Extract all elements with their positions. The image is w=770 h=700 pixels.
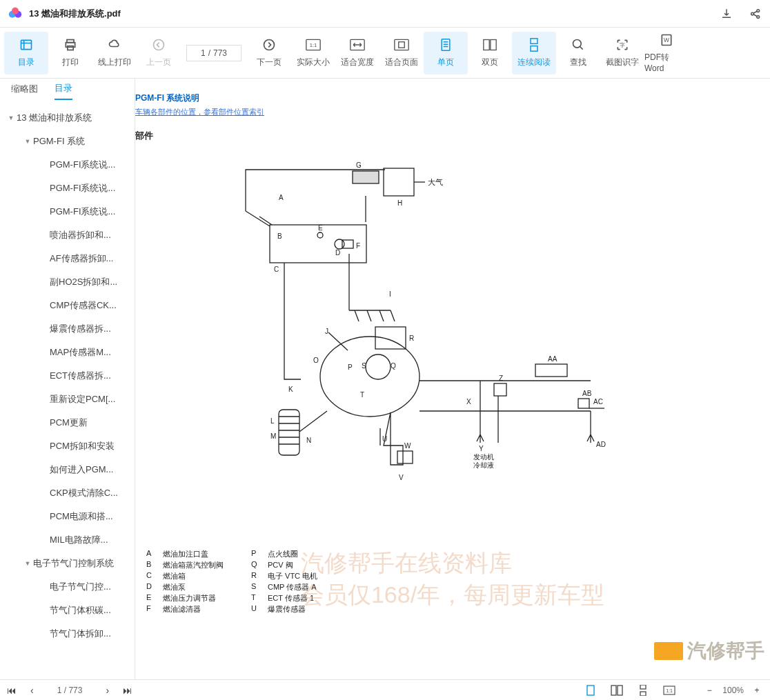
actual-size-button[interactable]: 1:1 实际大小 — [291, 32, 335, 74]
svg-text:F: F — [356, 242, 360, 250]
toc-icon — [19, 37, 34, 52]
svg-text:D: D — [335, 249, 340, 257]
legend-row: C燃油箱 — [146, 571, 224, 581]
legend-row: U爆震传感器 — [251, 604, 317, 614]
prev-page-icon — [151, 37, 166, 52]
fit-page-icon — [394, 37, 409, 52]
tree-node[interactable]: CMP传感器CK... — [0, 294, 135, 317]
diagram-legend: A燃油加注口盖B燃油箱蒸汽控制阀C燃油箱D燃油泵E燃油压力调节器F燃油滤清器 P… — [146, 549, 763, 614]
svg-point-34 — [335, 239, 344, 249]
download-icon[interactable] — [720, 8, 733, 20]
prev-page-icon[interactable]: ‹ — [30, 685, 34, 696]
tree-node-throttle[interactable]: ▼电子节气门控制系统 — [0, 552, 135, 575]
print-button[interactable]: 打印 — [48, 32, 92, 74]
svg-text:Y: Y — [479, 445, 484, 452]
tree-node[interactable]: PGM-FI系统说... — [0, 200, 135, 223]
tree-node[interactable]: 如何进入PGM... — [0, 458, 135, 481]
svg-text:H: H — [397, 199, 402, 207]
svg-text:C: C — [274, 266, 279, 273]
continuous-button[interactable]: 连续阅读 — [512, 32, 556, 74]
legend-row: D燃油泵 — [146, 582, 224, 592]
to-word-button[interactable]: W PDF转Word — [644, 32, 689, 74]
tree-node[interactable]: PGM-FI系统说... — [0, 177, 135, 200]
tree-node[interactable]: 电子节气门控... — [0, 575, 135, 599]
svg-text:W: W — [404, 442, 411, 450]
app-logo — [8, 7, 22, 21]
tree-node[interactable]: 副HO2S拆卸和... — [0, 270, 135, 294]
tree-node[interactable]: PCM电源和搭... — [0, 505, 135, 528]
tree-node[interactable]: 节气门体积碳... — [0, 599, 135, 622]
tree-node[interactable]: PCM更新 — [0, 411, 135, 434]
svg-text:X: X — [466, 398, 471, 406]
share-icon[interactable] — [749, 8, 762, 20]
svg-text:B: B — [277, 232, 282, 240]
next-page-icon[interactable]: › — [106, 685, 109, 696]
tab-toc[interactable]: 目录 — [55, 82, 72, 100]
double-view-icon[interactable] — [611, 684, 623, 697]
tree-node-pgmfi[interactable]: ▼PGM-FI 系统 — [0, 130, 135, 153]
fit-width-button[interactable]: 适合宽度 — [335, 32, 379, 74]
tree-node[interactable]: 爆震传感器拆... — [0, 317, 135, 341]
svg-text:K: K — [288, 386, 293, 393]
svg-text:V: V — [399, 474, 404, 481]
prev-page-button[interactable]: 上一页 — [137, 32, 181, 74]
tab-thumbnail[interactable]: 缩略图 — [11, 83, 38, 99]
svg-text:冷却液: 冷却液 — [473, 461, 494, 469]
zoom-level: 100% — [722, 686, 744, 695]
page-subheading: 部件 — [135, 130, 770, 142]
tree-node[interactable]: 重新设定PCM[... — [0, 388, 135, 411]
online-print-button[interactable]: 线上打印 — [92, 32, 137, 74]
chevron-down-icon: ▼ — [7, 114, 15, 121]
bottom-bar: ⏮ ‹ 1 / 773 › ⏭ 1:1 − 100% + — [0, 679, 770, 700]
svg-point-45 — [366, 354, 391, 379]
zoom-control: − 100% + — [703, 684, 763, 697]
fit-width-icon — [350, 37, 365, 52]
tree-node[interactable]: MIL电路故障... — [0, 528, 135, 552]
svg-text:W: W — [664, 37, 669, 43]
search-button[interactable]: 查找 — [556, 32, 600, 74]
svg-point-11 — [264, 40, 275, 50]
page-section-title: PGM-FI 系统说明 — [135, 92, 770, 104]
legend-row: F燃油滤清器 — [146, 604, 224, 614]
tree-node[interactable]: 喷油器拆卸和... — [0, 223, 135, 247]
last-page-icon[interactable]: ⏭ — [123, 685, 132, 696]
next-page-button[interactable]: 下一页 — [247, 32, 291, 74]
document-view[interactable]: PGM-FI 系统说明 车辆各部件的位置，参看部件位置索引 部件 大气 A G … — [135, 79, 770, 679]
single-page-button[interactable]: 单页 — [424, 32, 468, 74]
zoom-out-icon[interactable]: − — [703, 684, 715, 697]
tree-node[interactable]: ECT传感器拆... — [0, 364, 135, 388]
legend-row: R电子 VTC 电机 — [251, 571, 317, 581]
page-link[interactable]: 车辆各部件的位置，参看部件位置索引 — [135, 107, 770, 117]
fit-page-button[interactable]: 适合页面 — [379, 32, 424, 74]
tree-node[interactable]: 节气门体拆卸... — [0, 622, 135, 646]
svg-text:T: T — [360, 391, 364, 399]
print-label: 打印 — [62, 57, 79, 68]
double-page-button[interactable]: 双页 — [468, 32, 512, 74]
next-page-icon — [261, 37, 277, 52]
tree-node[interactable]: PCM拆卸和安装 — [0, 434, 135, 458]
svg-rect-18 — [484, 40, 489, 50]
continuous-view-icon[interactable] — [637, 684, 649, 697]
tree-node[interactable]: PGM-FI系统说... — [0, 153, 135, 177]
svg-text:O: O — [313, 357, 319, 364]
toc-button[interactable]: 目录 — [4, 32, 48, 74]
page-number-box[interactable]: 1 / 773 — [181, 32, 247, 74]
tree-node[interactable]: MAP传感器M... — [0, 341, 135, 364]
svg-text:AC: AC — [593, 398, 603, 406]
double-page-icon — [482, 37, 497, 52]
first-page-icon[interactable]: ⏮ — [7, 685, 17, 696]
svg-text:AD: AD — [596, 441, 606, 448]
svg-rect-75 — [618, 686, 622, 695]
ratio-view-icon[interactable]: 1:1 — [663, 684, 675, 697]
single-view-icon[interactable] — [584, 684, 597, 697]
svg-rect-77 — [640, 692, 646, 696]
double-page-label: 双页 — [482, 57, 498, 68]
svg-text:1:1: 1:1 — [310, 42, 317, 48]
tree-node[interactable]: CKP模式清除C... — [0, 481, 135, 505]
ocr-button[interactable]: 字 截图识字 — [600, 32, 644, 74]
svg-text:1:1: 1:1 — [666, 688, 673, 693]
svg-rect-74 — [611, 686, 616, 695]
tree-node[interactable]: AF传感器拆卸... — [0, 247, 135, 270]
zoom-in-icon[interactable]: + — [751, 684, 763, 697]
tree-node-root[interactable]: ▼13 燃油和排放系统 — [0, 106, 135, 130]
